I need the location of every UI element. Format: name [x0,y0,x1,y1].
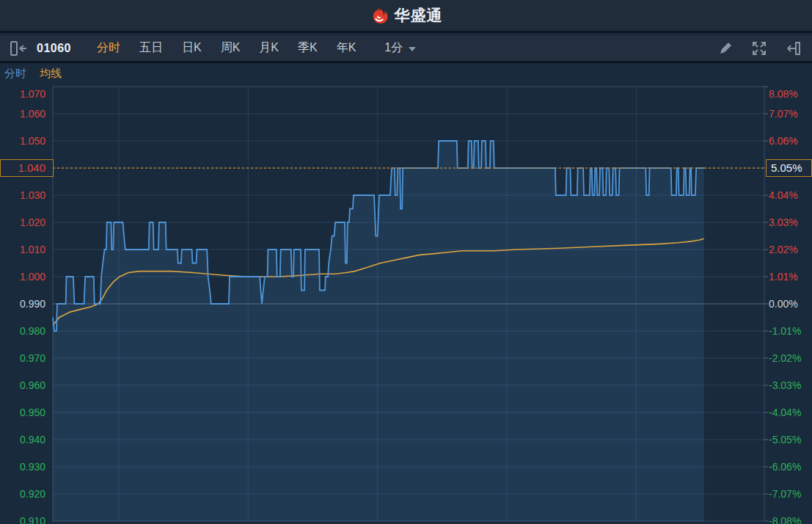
percent-axis-label: -2.02% [769,352,801,365]
tab-6[interactable]: 年K [337,40,356,56]
tab-5[interactable]: 季K [298,40,318,56]
percent-axis-label: -5.05% [769,433,801,446]
price-axis-label: 1.070 [0,87,45,101]
intraday-chart[interactable] [0,65,812,524]
price-axis-label: 1.060 [0,107,45,120]
current-price-tag: 1.040 [0,159,54,177]
percent-axis-label: -6.06% [769,460,801,473]
price-axis-label: 1.020 [0,216,45,229]
price-axis-label: 0.950 [0,406,45,419]
chart-legend: 分时 均线 [4,67,62,81]
price-axis-label: 0.980 [0,324,45,338]
percent-axis-label: -1.01% [769,324,801,338]
tab-0[interactable]: 分时 [97,40,120,56]
price-axis-label: 0.920 [0,487,45,501]
percent-axis-label: 0.00% [769,297,798,310]
huasheng-flame-logo-icon [370,6,389,26]
app-title: 华盛通 [395,5,443,26]
percent-axis-label: -4.04% [769,406,801,419]
price-axis-label: 0.990 [0,297,45,310]
tab-4[interactable]: 月K [259,40,279,56]
price-axis-label: 0.930 [0,460,45,473]
draw-pencil-icon[interactable] [718,41,733,56]
toolbar-right-icons [718,41,803,56]
legend-minute-line[interactable]: 分时 [4,67,26,81]
price-axis-label: 0.940 [0,433,45,446]
percent-axis-label: 2.02% [769,243,798,256]
percent-axis-label: 7.07% [769,107,798,120]
app-window: 华盛通 01060 分时五日日K周K月K季K年K 1分 [0,0,812,524]
tab-2[interactable]: 日K [182,40,202,56]
expand-panel-icon[interactable] [786,41,800,56]
percent-axis-label: 1.01% [769,270,798,283]
percent-axis-label: -7.07% [769,487,801,501]
chart-type-tabs: 分时五日日K周K月K季K年K [87,40,365,56]
percent-axis-label: -8.08% [769,514,801,524]
chevron-down-icon [409,47,416,51]
legend-average-line[interactable]: 均线 [40,67,62,81]
price-axis-label: 1.010 [0,243,45,256]
price-axis-label: 0.960 [0,379,45,392]
app-header: 华盛通 [0,0,812,33]
intraday-chart-panel: 分时 均线 1.0701.0601.0501.0401.0301.0201.01… [0,65,812,524]
percent-axis-label: 4.04% [769,189,798,202]
price-axis-label: 0.970 [0,352,45,365]
percent-axis-label: 8.08% [769,87,798,101]
period-selector-label: 1分 [384,40,403,56]
tab-1[interactable]: 五日 [139,40,163,56]
percent-axis-label: 3.03% [769,216,798,229]
price-axis-label: 1.000 [0,270,45,283]
period-selector[interactable]: 1分 [384,40,416,56]
percent-axis-label: -3.03% [769,379,801,392]
fullscreen-icon[interactable] [752,41,767,56]
tab-3[interactable]: 周K [221,40,241,56]
price-axis-label: 1.050 [0,134,45,148]
current-percent-tag: 5.05% [766,159,812,177]
collapse-panel-icon[interactable] [9,40,28,57]
price-axis-label: 0.910 [0,514,45,524]
price-axis-label: 1.030 [0,189,45,202]
percent-axis-label: 6.06% [769,134,798,148]
stock-code: 01060 [37,42,71,55]
chart-toolbar: 01060 分时五日日K周K月K季K年K 1分 [0,35,812,63]
